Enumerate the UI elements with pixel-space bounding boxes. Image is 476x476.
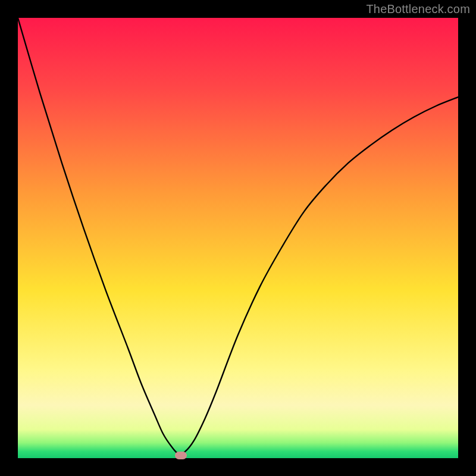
- chart-frame: TheBottleneck.com: [0, 0, 476, 476]
- chart-plot-area: [18, 18, 458, 458]
- chart-svg: [18, 18, 458, 458]
- chart-background: [18, 18, 458, 458]
- chart-marker-dot: [175, 452, 187, 459]
- watermark-text: TheBottleneck.com: [366, 2, 470, 16]
